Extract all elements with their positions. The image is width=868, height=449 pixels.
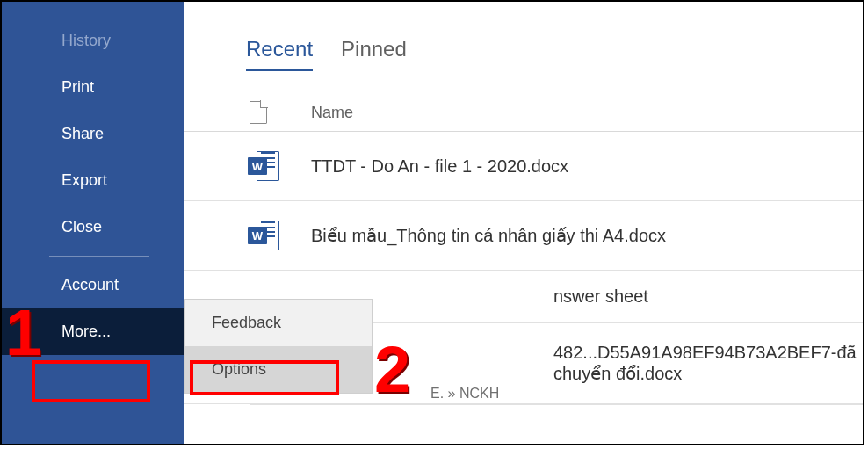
sidebar-item-share[interactable]: Share [2, 111, 184, 157]
tab-recent[interactable]: Recent [246, 37, 313, 71]
tabs: Recent Pinned [184, 37, 863, 71]
list-item[interactable]: W Biểu mẫu_Thông tin cá nhân giấy thi A4… [184, 201, 863, 271]
list-item[interactable]: W TTDT - Do An - file 1 - 2020.docx [184, 132, 863, 201]
document-icon [250, 101, 267, 124]
sidebar-item-export[interactable]: Export [2, 157, 184, 204]
file-name: Biểu mẫu_Thông tin cá nhân giấy thi A4.d… [311, 225, 666, 246]
tab-pinned[interactable]: Pinned [341, 37, 407, 71]
word-document-icon: W [250, 221, 279, 250]
file-name: 482...D55A91A98EF94B73A2BEF7-đã chuyển đ… [553, 343, 863, 384]
word-document-icon: W [250, 151, 279, 181]
popup-item-feedback[interactable]: Feedback [185, 300, 372, 346]
sidebar-item-history[interactable]: History [2, 18, 184, 64]
list-header: Name [184, 92, 863, 132]
sidebar-item-close[interactable]: Close [2, 204, 184, 250]
file-path: E. » NCKH [430, 386, 863, 402]
file-name: nswer sheet [553, 286, 648, 307]
backstage-sidebar: History Print Share Export Close Account… [2, 2, 184, 444]
sidebar-item-account[interactable]: Account [2, 262, 184, 308]
sidebar-item-more[interactable]: More... [2, 308, 184, 355]
more-popup: Feedback Options [184, 299, 373, 394]
name-column-header[interactable]: Name [311, 104, 353, 122]
popup-item-options[interactable]: Options [185, 346, 372, 393]
file-name: TTDT - Do An - file 1 - 2020.docx [311, 156, 568, 177]
sidebar-separator [49, 256, 149, 257]
sidebar-item-print[interactable]: Print [2, 64, 184, 111]
